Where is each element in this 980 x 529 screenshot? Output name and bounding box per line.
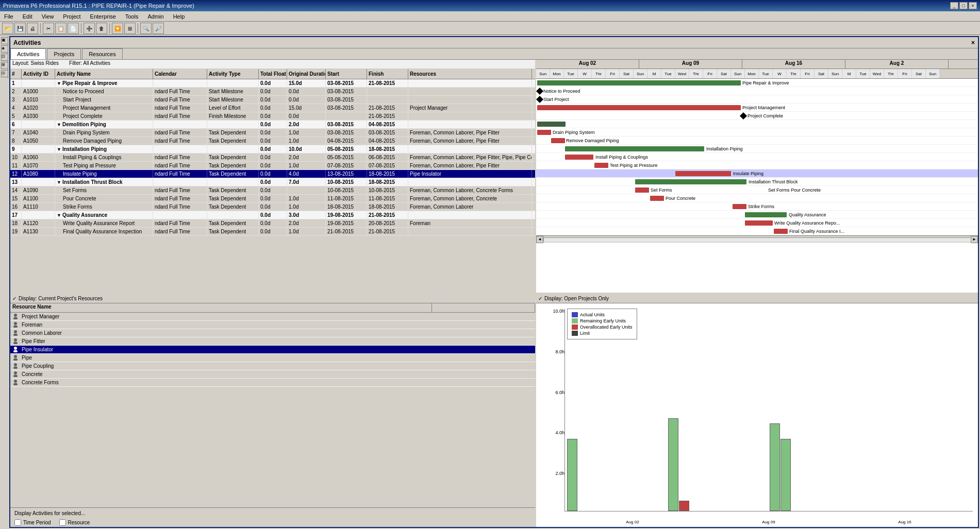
menu-help[interactable]: Help: [171, 13, 187, 20]
sep1: [40, 23, 41, 33]
menu-file[interactable]: File: [2, 13, 15, 20]
minimize-button[interactable]: _: [950, 2, 958, 9]
menu-tools[interactable]: Tools: [123, 13, 141, 20]
tb-paste[interactable]: 📄: [68, 23, 79, 34]
tb-group[interactable]: ⊞: [124, 23, 136, 34]
tb-delete[interactable]: 🗑: [96, 23, 107, 34]
title-bar: Primavera P6 Professional R15.1 : PIPE R…: [0, 0, 980, 11]
tb-save[interactable]: 💾: [14, 23, 26, 34]
close-button[interactable]: ×: [969, 2, 977, 9]
tb-copy[interactable]: 📋: [55, 23, 67, 34]
menu-edit[interactable]: Edit: [21, 13, 35, 20]
tb-open[interactable]: 📂: [2, 23, 13, 34]
tb-zoom-in[interactable]: 🔍: [140, 23, 152, 34]
sep3: [109, 23, 110, 33]
menu-enterprise[interactable]: Enterprise: [88, 13, 118, 20]
tb-zoom-out[interactable]: 🔎: [153, 23, 164, 34]
menu-view[interactable]: View: [40, 13, 56, 20]
window-controls: _ □ ×: [950, 2, 977, 9]
tb-print[interactable]: 🖨: [27, 23, 38, 34]
menu-bar: File Edit View Project Enterprise Tools …: [0, 11, 980, 22]
sep2: [81, 23, 81, 33]
toolbar-1: 📂 💾 🖨 ✂ 📋 📄 ➕ 🗑 🔽 ⊞ 🔍 🔎: [0, 22, 980, 35]
tb-add[interactable]: ➕: [84, 23, 95, 34]
sep4: [138, 23, 138, 33]
tb-filter[interactable]: 🔽: [112, 23, 123, 34]
app-title: Primavera P6 Professional R15.1 : PIPE R…: [3, 3, 194, 9]
tb-cut[interactable]: ✂: [43, 23, 54, 34]
maximize-button[interactable]: □: [959, 2, 968, 9]
menu-project[interactable]: Project: [61, 13, 82, 20]
menu-admin[interactable]: Admin: [145, 13, 165, 20]
